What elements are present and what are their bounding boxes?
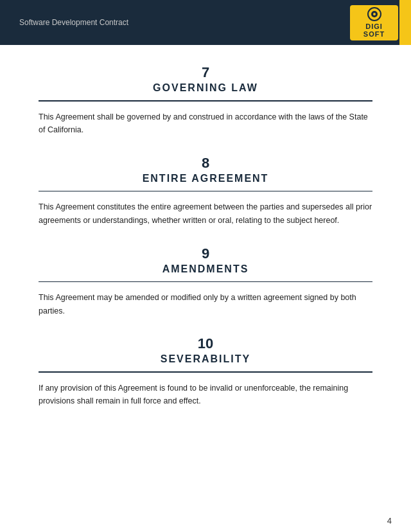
section-8: 8 ENTIRE AGREEMENT This Agreement consti…	[39, 155, 372, 227]
section-9-text: This Agreement may be amended or modifie…	[39, 291, 372, 317]
section-9-title: AMENDMENTS	[39, 263, 372, 275]
main-content: 7 GOVERNING LAW This Agreement shall be …	[0, 45, 411, 510]
logo-icon-inner	[371, 11, 378, 17]
section-10-title: SEVERABILITY	[39, 353, 372, 365]
logo: DIGI SOFT	[350, 5, 398, 40]
section-9-number: 9	[39, 245, 372, 262]
section-8-title: ENTIRE AGREEMENT	[39, 173, 372, 184]
logo-text-soft: SOFT	[363, 30, 385, 38]
section-7-title: GOVERNING LAW	[39, 82, 372, 94]
section-10-divider	[39, 371, 372, 373]
page: Software Development Contract DIGI SOFT …	[0, 0, 411, 532]
section-10-number: 10	[39, 335, 372, 352]
logo-text-digi: DIGI	[365, 22, 383, 30]
header-title: Software Development Contract	[19, 18, 128, 27]
section-9-divider	[39, 281, 372, 283]
section-7-text: This Agreement shall be governed by and …	[39, 111, 372, 137]
section-10: 10 SEVERABILITY If any provision of this…	[39, 335, 372, 408]
section-7-divider	[39, 100, 372, 102]
logo-inner: DIGI SOFT	[363, 7, 385, 38]
section-7: 7 GOVERNING LAW This Agreement shall be …	[39, 64, 372, 137]
section-8-text: This Agreement constitutes the entire ag…	[39, 200, 372, 227]
section-8-divider	[39, 191, 372, 192]
logo-icon	[367, 7, 381, 21]
footer: 4	[0, 510, 411, 532]
page-number: 4	[387, 516, 392, 526]
section-8-number: 8	[39, 155, 372, 172]
section-10-text: If any provision of this Agreement is fo…	[39, 382, 372, 408]
section-9: 9 AMENDMENTS This Agreement may be amend…	[39, 245, 372, 318]
header: Software Development Contract DIGI SOFT	[0, 0, 411, 45]
section-7-number: 7	[39, 64, 372, 81]
